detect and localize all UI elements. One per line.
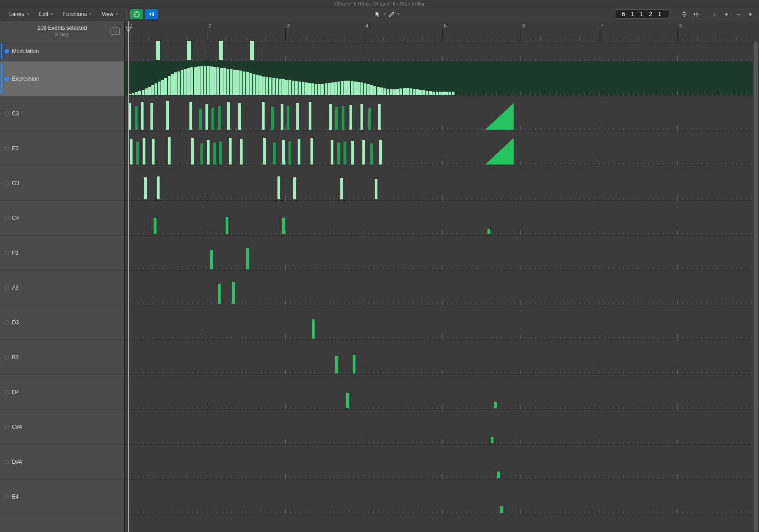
step-event[interactable] <box>362 140 365 165</box>
step-event[interactable] <box>263 138 266 165</box>
step-event[interactable] <box>370 85 373 95</box>
step-event[interactable] <box>360 82 363 95</box>
lane-label-modulation[interactable]: Modulation <box>0 41 124 61</box>
lane-set-button[interactable]: ▭ <box>111 27 120 35</box>
step-event[interactable] <box>148 87 151 95</box>
step-event[interactable] <box>373 86 376 95</box>
step-event[interactable] <box>410 88 412 95</box>
step-event[interactable] <box>282 218 285 234</box>
step-event[interactable] <box>282 79 285 95</box>
step-event[interactable] <box>328 83 331 95</box>
lane-row[interactable] <box>125 270 759 305</box>
step-event[interactable] <box>335 107 338 130</box>
step-event[interactable] <box>344 81 347 95</box>
step-event[interactable] <box>432 92 435 95</box>
step-event[interactable] <box>226 217 228 234</box>
step-event[interactable] <box>416 89 419 95</box>
step-event[interactable] <box>168 137 171 165</box>
pencil-tool[interactable] <box>387 9 397 19</box>
vertical-scrollbar[interactable] <box>753 41 759 532</box>
step-event[interactable] <box>197 66 200 95</box>
step-event[interactable] <box>158 82 161 95</box>
step-event[interactable] <box>143 138 145 165</box>
lane-row[interactable] <box>125 61 759 96</box>
crescendo-ramp[interactable] <box>485 138 514 165</box>
crescendo-ramp[interactable] <box>485 103 514 130</box>
step-event[interactable] <box>293 177 296 199</box>
step-event[interactable] <box>413 89 416 95</box>
pointer-tool[interactable] <box>373 9 383 19</box>
step-event[interactable] <box>144 177 147 199</box>
lane-label-c3[interactable]: C3 <box>0 96 124 131</box>
step-event[interactable] <box>439 92 442 95</box>
step-event[interactable] <box>232 282 235 304</box>
step-event[interactable] <box>211 108 214 130</box>
step-event[interactable] <box>426 91 428 95</box>
step-event[interactable] <box>419 90 422 95</box>
step-event[interactable] <box>331 140 333 165</box>
step-event[interactable] <box>390 89 393 95</box>
step-event[interactable] <box>367 84 370 95</box>
step-event[interactable] <box>227 69 229 95</box>
step-event[interactable] <box>177 71 180 95</box>
step-event[interactable] <box>250 41 254 60</box>
step-event[interactable] <box>368 108 371 130</box>
lane-row[interactable] <box>125 410 759 444</box>
step-event[interactable] <box>266 77 268 95</box>
step-event[interactable] <box>393 89 396 95</box>
step-event[interactable] <box>259 76 262 95</box>
step-event[interactable] <box>276 78 278 95</box>
step-event[interactable] <box>223 68 226 95</box>
step-event[interactable] <box>429 91 432 95</box>
step-event[interactable] <box>277 176 280 199</box>
step-event[interactable] <box>166 101 169 130</box>
step-event[interactable] <box>299 82 301 95</box>
lane-row[interactable] <box>125 131 759 166</box>
lane-label-c4[interactable]: C4 <box>0 201 124 236</box>
step-grid[interactable]: 12345678▽ <box>125 21 759 532</box>
step-event[interactable] <box>213 143 216 165</box>
step-event[interactable] <box>154 218 156 234</box>
step-event[interactable] <box>164 78 167 95</box>
step-event[interactable] <box>338 82 340 95</box>
step-event[interactable] <box>308 83 311 95</box>
step-event[interactable] <box>310 138 313 165</box>
step-event[interactable] <box>142 90 144 95</box>
step-event[interactable] <box>315 84 317 95</box>
lane-label-e4[interactable]: E4 <box>0 479 124 514</box>
step-event[interactable] <box>309 102 311 130</box>
lane-row[interactable] <box>125 340 759 375</box>
step-event[interactable] <box>187 68 190 95</box>
step-event[interactable] <box>380 88 383 95</box>
step-event[interactable] <box>262 102 265 130</box>
step-event[interactable] <box>210 66 213 95</box>
step-event[interactable] <box>181 70 183 95</box>
step-event[interactable] <box>240 139 243 165</box>
step-event[interactable] <box>497 472 500 478</box>
lane-row[interactable] <box>125 201 759 236</box>
step-event[interactable] <box>207 66 210 95</box>
horizontal-zoom-slider-handle[interactable]: ● <box>745 9 755 19</box>
step-event[interactable] <box>219 142 222 165</box>
step-event[interactable] <box>227 102 230 130</box>
step-event[interactable] <box>296 103 299 130</box>
step-event[interactable] <box>256 75 259 95</box>
step-event[interactable] <box>216 67 219 95</box>
step-event[interactable] <box>184 69 187 95</box>
step-event[interactable] <box>246 248 249 269</box>
step-event[interactable] <box>378 104 381 130</box>
step-event[interactable] <box>337 143 340 165</box>
step-event[interactable] <box>210 250 213 269</box>
step-event[interactable] <box>331 82 334 95</box>
step-event[interactable] <box>377 87 380 95</box>
lane-label-csharp4[interactable]: C#4 <box>0 410 124 444</box>
step-event[interactable] <box>285 80 288 95</box>
horizontal-zoom-icon[interactable]: ↔ <box>733 9 743 19</box>
step-event[interactable] <box>442 92 445 95</box>
step-event[interactable] <box>334 82 337 95</box>
step-event[interactable] <box>141 102 144 130</box>
step-event[interactable] <box>200 143 203 165</box>
step-event[interactable] <box>288 80 291 95</box>
lane-row[interactable] <box>125 96 759 131</box>
step-event[interactable] <box>491 437 493 443</box>
